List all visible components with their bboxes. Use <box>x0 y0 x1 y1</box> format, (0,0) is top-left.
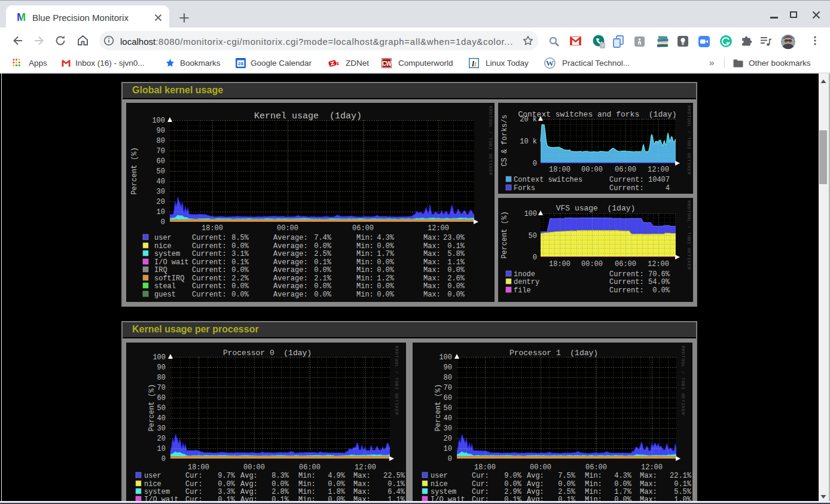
svg-text:30: 30 <box>157 424 166 433</box>
svg-text:Min:: Min: <box>356 274 374 283</box>
svg-text:Percent (%): Percent (%) <box>434 384 443 431</box>
svg-text:12:00: 12:00 <box>648 166 669 174</box>
svg-text:Current:: Current: <box>192 234 227 242</box>
svg-text:nice: nice <box>144 480 161 488</box>
svg-text:70: 70 <box>444 384 452 392</box>
svg-text:06:00: 06:00 <box>299 463 321 472</box>
svg-text:40: 40 <box>157 414 166 423</box>
svg-text:Cur:: Cur: <box>185 480 203 488</box>
svg-text:Max:: Max: <box>423 258 441 267</box>
svg-text:I/O wait: I/O wait <box>154 258 189 267</box>
svg-text:0.1%: 0.1% <box>231 258 249 267</box>
svg-text:Percent (%): Percent (%) <box>148 384 156 431</box>
svg-text:60: 60 <box>157 157 165 166</box>
svg-text:0.0%: 0.0% <box>558 480 576 488</box>
svg-text:Cur:: Cur: <box>472 488 489 496</box>
svg-text:Min:: Min: <box>356 282 374 291</box>
svg-text:user: user <box>431 472 448 480</box>
svg-text:Avg:: Avg: <box>527 480 544 488</box>
svg-text:0.0%: 0.0% <box>504 480 522 488</box>
svg-text:Current:: Current: <box>609 176 644 184</box>
svg-text:0.1%: 0.1% <box>387 480 405 488</box>
svg-text:0: 0 <box>533 253 537 262</box>
svg-text:90: 90 <box>444 364 452 372</box>
svg-text:0.1%: 0.1% <box>447 242 465 251</box>
svg-text:inode: inode <box>514 270 535 279</box>
svg-text:Cur:: Cur: <box>472 472 489 480</box>
svg-text:0.1%: 0.1% <box>674 480 692 488</box>
svg-text:Current:: Current: <box>192 291 227 299</box>
svg-text:80: 80 <box>444 374 452 382</box>
svg-text:00:00: 00:00 <box>581 260 603 268</box>
svg-text:0: 0 <box>533 160 537 168</box>
svg-text:0.1%: 0.1% <box>314 258 332 267</box>
svg-text:10: 10 <box>157 445 166 453</box>
svg-text:Cur:: Cur: <box>185 472 203 480</box>
svg-text:system: system <box>144 488 170 496</box>
svg-text:50: 50 <box>157 404 166 413</box>
svg-text:0.0%: 0.0% <box>271 480 289 488</box>
svg-text:2.6%: 2.6% <box>447 274 465 283</box>
svg-text:80: 80 <box>157 137 165 145</box>
svg-text:100: 100 <box>152 353 166 362</box>
svg-text:2.2%: 2.2% <box>231 274 249 283</box>
svg-text:60: 60 <box>157 394 166 402</box>
svg-text:0.0%: 0.0% <box>314 291 332 299</box>
svg-text:?: ? <box>601 43 604 48</box>
svg-text:0.0%: 0.0% <box>447 282 465 291</box>
svg-text:9.0%: 9.0% <box>504 472 522 480</box>
svg-text:Max:: Max: <box>423 242 441 251</box>
svg-text:Average:: Average: <box>273 266 308 274</box>
svg-text:60: 60 <box>444 394 452 402</box>
svg-text:90: 90 <box>157 364 166 372</box>
svg-text:Min:: Min: <box>585 472 602 480</box>
svg-text:00:00: 00:00 <box>243 463 265 472</box>
svg-text:Max:: Max: <box>640 488 657 496</box>
svg-text:RRDTOOL / TOBI OETIKER: RRDTOOL / TOBI OETIKER <box>681 346 686 416</box>
svg-text:Cur:: Cur: <box>472 480 489 488</box>
svg-text:Percent (%): Percent (%) <box>130 147 139 194</box>
svg-text:Max:: Max: <box>423 234 441 242</box>
svg-text:5.5%: 5.5% <box>674 488 692 496</box>
svg-text:0.0%: 0.0% <box>314 282 332 291</box>
svg-text:Min:: Min: <box>356 234 374 242</box>
svg-text:1.7%: 1.7% <box>614 488 632 496</box>
svg-text:Current:: Current: <box>609 286 644 295</box>
svg-text:Min:: Min: <box>356 266 374 274</box>
svg-text:Max:: Max: <box>353 480 371 488</box>
svg-text:100: 100 <box>439 353 452 362</box>
svg-text:system: system <box>431 488 456 496</box>
svg-text:6.4%: 6.4% <box>387 488 405 496</box>
svg-text:Max:: Max: <box>353 472 371 480</box>
svg-text:Context switches: Context switches <box>514 176 582 184</box>
svg-text:0.0%: 0.0% <box>231 282 249 291</box>
svg-text:80: 80 <box>157 374 166 382</box>
svg-text:8.5%: 8.5% <box>231 234 249 242</box>
svg-text:Current:: Current: <box>609 184 644 193</box>
svg-text:10: 10 <box>157 208 165 216</box>
svg-text:0: 0 <box>161 218 165 227</box>
svg-text:Cur:: Cur: <box>185 488 203 496</box>
svg-text:nice: nice <box>154 242 172 251</box>
svg-text:4: 4 <box>666 184 670 193</box>
svg-text:0.0%: 0.0% <box>328 480 346 488</box>
svg-text:Average:: Average: <box>273 234 308 242</box>
svg-text:Avg:: Avg: <box>240 480 258 488</box>
svg-text:40: 40 <box>157 178 165 186</box>
svg-text:4.3%: 4.3% <box>377 234 395 242</box>
svg-text:3.3%: 3.3% <box>218 488 236 496</box>
svg-text:100: 100 <box>524 210 537 218</box>
svg-text:Current:: Current: <box>192 242 227 251</box>
svg-text:Min:: Min: <box>585 488 602 496</box>
svg-text:0.0%: 0.0% <box>314 266 332 274</box>
svg-text:Current:: Current: <box>609 278 644 286</box>
svg-text:0.0%: 0.0% <box>314 242 332 251</box>
svg-text:0: 0 <box>161 455 166 463</box>
svg-text:0.0%: 0.0% <box>447 291 465 299</box>
svg-text:CS & forks/s: CS & forks/s <box>501 115 509 166</box>
svg-text:CW: CW <box>382 60 392 67</box>
svg-text:guest: guest <box>154 291 176 299</box>
svg-text:0.0%: 0.0% <box>231 291 249 299</box>
svg-text:22.1%: 22.1% <box>670 472 692 480</box>
svg-text:Average:: Average: <box>273 242 308 251</box>
